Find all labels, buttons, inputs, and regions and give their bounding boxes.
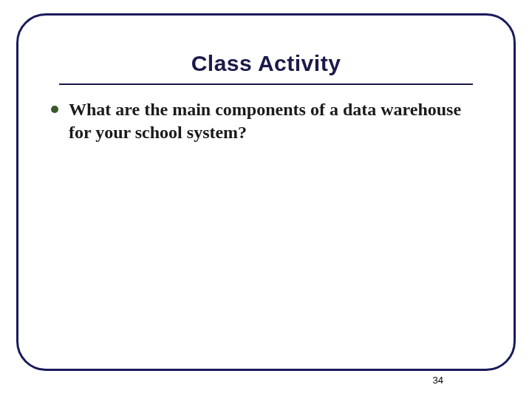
slide-title: Class Activity [59,51,473,83]
page-number: 34 [433,375,443,386]
title-underline [59,83,473,85]
bullet-item: What are the main components of a data w… [47,98,485,144]
bullet-text: What are the main components of a data w… [69,98,481,144]
slide-content: Class Activity What are the main compone… [18,16,514,159]
bullet-icon [51,106,58,113]
slide-frame: Class Activity What are the main compone… [16,13,516,371]
